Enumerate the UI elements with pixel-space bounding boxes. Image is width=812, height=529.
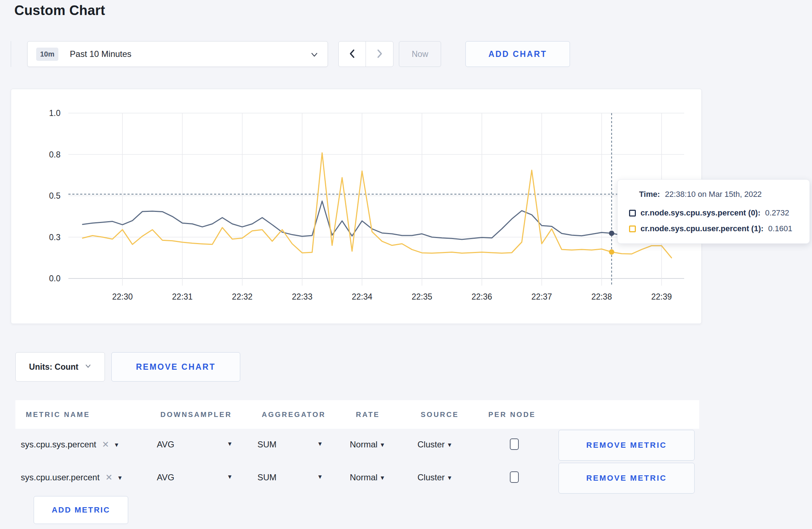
tooltip-series-row: cr.node.sys.cpu.user.percent (1): 0.1601 (629, 224, 792, 233)
downsampler-select[interactable]: AVG (157, 440, 174, 450)
chevron-down-icon (85, 363, 91, 371)
column-header-downsampler: DOWNSAMPLER (160, 400, 232, 429)
next-range-button[interactable] (366, 42, 393, 67)
chart-panel: 1.00.80.50.30.022:3022:3122:3222:3322:34… (11, 89, 702, 324)
legend-square-user-icon (629, 225, 636, 232)
source-label: Cluster (417, 472, 445, 482)
table-row: sys.cpu.sys.percent ✕ ▾ AVG ▾ SUM ▾ Norm… (0, 430, 812, 461)
metric-name-select[interactable]: sys.cpu.user.percent ✕ ▾ (21, 472, 122, 482)
per-node-checkbox[interactable] (510, 471, 519, 483)
tooltip-series-row: cr.node.sys.cpu.sys.percent (0): 0.2732 (629, 208, 789, 218)
chevron-down-icon (310, 51, 318, 60)
svg-text:22:30: 22:30 (112, 292, 133, 301)
units-selector[interactable]: Units: Count (15, 352, 105, 382)
svg-text:22:32: 22:32 (232, 292, 253, 301)
svg-text:22:34: 22:34 (352, 292, 372, 301)
prev-range-button[interactable] (339, 42, 366, 67)
svg-text:0.8: 0.8 (49, 150, 61, 159)
source-select[interactable]: Cluster ▾ (417, 472, 451, 482)
metric-name-label: sys.cpu.sys.percent (21, 440, 96, 450)
tooltip-series-name: cr.node.sys.cpu.sys.percent (0): (641, 208, 760, 218)
svg-text:0.3: 0.3 (49, 233, 61, 242)
time-range-badge: 10m (36, 48, 58, 61)
tooltip-series-name: cr.node.sys.cpu.user.percent (1): (641, 224, 764, 233)
tooltip-time-value: 22:38:10 on Mar 15th, 2022 (665, 190, 762, 199)
legend-square-sys-icon (629, 210, 636, 217)
metric-name-label: sys.cpu.user.percent (21, 472, 100, 482)
column-header-source: SOURCE (421, 400, 459, 429)
caret-down-icon[interactable]: ▾ (228, 473, 232, 480)
chevron-left-icon (348, 49, 356, 59)
source-label: Cluster (417, 440, 445, 450)
svg-text:22:39: 22:39 (651, 292, 672, 301)
table-row: sys.cpu.user.percent ✕ ▾ AVG ▾ SUM ▾ Nor… (0, 463, 812, 494)
svg-text:0.0: 0.0 (49, 274, 61, 283)
rate-select[interactable]: Normal ▾ (350, 472, 384, 482)
caret-down-icon: ▾ (381, 474, 384, 481)
chart-plot[interactable]: 1.00.80.50.30.022:3022:3122:3222:3322:34… (11, 89, 702, 324)
time-nav-group (338, 41, 393, 67)
rate-select[interactable]: Normal ▾ (350, 440, 384, 450)
units-label: Units: Count (29, 362, 78, 372)
per-node-checkbox[interactable] (510, 438, 519, 450)
aggregator-select[interactable]: SUM (257, 472, 276, 482)
metric-name-select[interactable]: sys.cpu.sys.percent ✕ ▾ (21, 440, 118, 450)
caret-down-icon: ▾ (381, 441, 384, 448)
chevron-right-icon (376, 49, 383, 59)
column-header-per-node: PER NODE (488, 400, 536, 429)
svg-text:22:36: 22:36 (472, 292, 492, 301)
aggregator-select[interactable]: SUM (257, 440, 276, 450)
metrics-table-header: METRIC NAME DOWNSAMPLER AGGREGATOR RATE … (15, 400, 699, 429)
chart-tooltip: Time: 22:38:10 on Mar 15th, 2022 cr.node… (617, 179, 810, 244)
svg-text:0.5: 0.5 (49, 191, 61, 200)
remove-metric-button[interactable]: REMOVE METRIC (559, 430, 695, 461)
time-range-selector[interactable]: 10m Past 10 Minutes (27, 41, 328, 67)
column-header-aggregator: AGGREGATOR (262, 400, 326, 429)
close-icon[interactable]: ✕ (102, 440, 109, 450)
close-icon[interactable]: ✕ (105, 472, 112, 482)
svg-text:22:37: 22:37 (531, 292, 552, 301)
tooltip-series-value: 0.1601 (768, 224, 792, 233)
rate-label: Normal (350, 472, 377, 482)
caret-down-icon[interactable]: ▾ (228, 440, 232, 447)
toolbar-divider (11, 41, 11, 67)
remove-metric-button[interactable]: REMOVE METRIC (559, 463, 695, 494)
caret-down-icon: ▾ (118, 474, 122, 481)
tooltip-series-value: 0.2732 (765, 208, 789, 218)
svg-text:22:35: 22:35 (412, 292, 432, 301)
add-chart-button[interactable]: ADD CHART (465, 41, 570, 67)
add-metric-button[interactable]: ADD METRIC (34, 496, 128, 524)
page-title: Custom Chart (14, 3, 105, 18)
source-select[interactable]: Cluster ▾ (417, 440, 451, 450)
svg-text:1.0: 1.0 (49, 108, 61, 118)
tooltip-time-label: Time: (639, 190, 660, 199)
svg-text:22:33: 22:33 (292, 292, 313, 301)
caret-down-icon: ▾ (448, 474, 451, 481)
rate-label: Normal (350, 440, 377, 450)
caret-down-icon[interactable]: ▾ (318, 473, 322, 480)
svg-text:22:38: 22:38 (591, 292, 612, 301)
downsampler-select[interactable]: AVG (157, 472, 174, 482)
time-range-label: Past 10 Minutes (70, 49, 131, 59)
caret-down-icon: ▾ (448, 441, 451, 448)
svg-text:22:31: 22:31 (172, 292, 193, 301)
column-header-metric-name: METRIC NAME (26, 400, 90, 429)
caret-down-icon: ▾ (115, 441, 119, 448)
column-header-rate: RATE (356, 400, 380, 429)
now-button[interactable]: Now (399, 41, 441, 67)
caret-down-icon[interactable]: ▾ (318, 440, 322, 447)
remove-chart-button[interactable]: REMOVE CHART (111, 352, 240, 382)
